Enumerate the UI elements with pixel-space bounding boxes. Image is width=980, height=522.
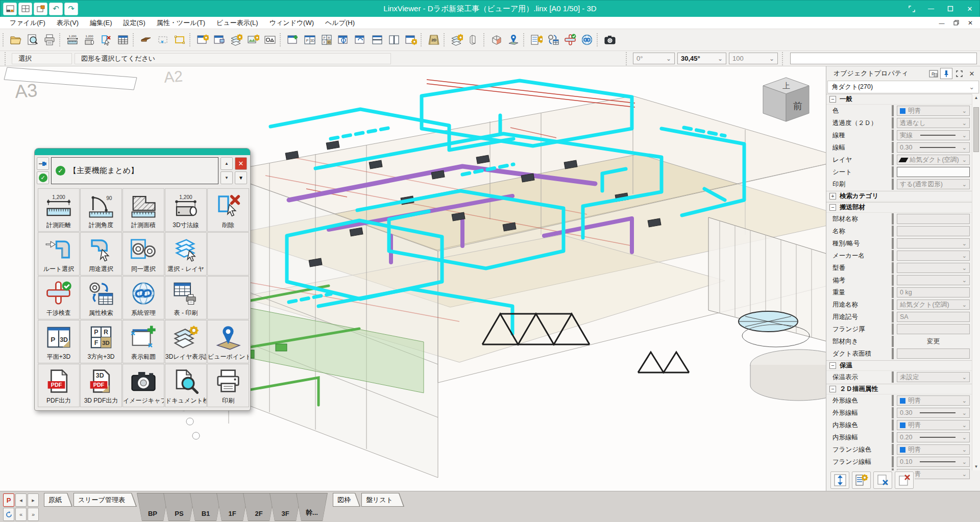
palette-button-route-select[interactable]: ルート選択 bbox=[38, 232, 80, 276]
navigation-cube[interactable]: 上 前 bbox=[763, 78, 809, 121]
section-header[interactable]: − ２Ｄ描画属性 bbox=[826, 384, 980, 394]
palette-button-display-range[interactable]: 表示範囲 bbox=[122, 320, 164, 363]
layer-settings-button[interactable] bbox=[228, 31, 244, 49]
angle-step-combo[interactable]: 30,45° ⌄ bbox=[677, 53, 726, 64]
pane-add-button[interactable] bbox=[284, 31, 301, 49]
palette-close-button[interactable]: ✕ bbox=[235, 157, 247, 170]
mdi-restore-button[interactable] bbox=[949, 18, 963, 28]
property-value-field[interactable]: 透過なし ⌄ bbox=[897, 118, 970, 128]
toolbar-grip[interactable] bbox=[597, 33, 600, 46]
property-value-field[interactable]: 0.20 ⌄ bbox=[897, 432, 970, 442]
maximize-button[interactable] bbox=[941, 1, 960, 17]
view-2d-button[interactable]: 2D bbox=[425, 31, 442, 49]
measure-distance-button[interactable]: 1,200 bbox=[64, 31, 81, 49]
menu-item[interactable]: ビュー表示(L) bbox=[211, 17, 264, 29]
palette-button-same-select[interactable]: 同一選択 bbox=[122, 232, 164, 276]
expand-toggle-icon[interactable]: − bbox=[829, 386, 836, 392]
view-settings-button[interactable] bbox=[194, 31, 211, 49]
section-header[interactable]: − 搬送部材 bbox=[826, 202, 980, 213]
pin-panel-button[interactable] bbox=[940, 68, 952, 79]
print-button[interactable] bbox=[41, 31, 58, 49]
palette-button-viewpoint[interactable]: ビューポイント bbox=[207, 320, 249, 363]
undo-button[interactable]: ↶ bbox=[49, 3, 63, 15]
property-value-field[interactable]: ⌄ bbox=[897, 251, 970, 261]
apply-check-button[interactable]: ✓ bbox=[37, 171, 49, 184]
property-value-field[interactable]: 0 kg ⌄ bbox=[897, 287, 970, 297]
properties-popup-button[interactable]: P bbox=[927, 68, 940, 79]
toolbar-grip[interactable] bbox=[280, 33, 283, 46]
section-header[interactable]: − 保温 bbox=[826, 360, 980, 371]
palette-button-interference-check[interactable]: 干渉検査 bbox=[38, 276, 80, 319]
angle-snap-combo[interactable]: 0° ⌄ bbox=[633, 53, 675, 64]
redo-button[interactable]: ↷ bbox=[64, 3, 78, 15]
sheet-tab-sleeve[interactable]: スリーブ管理表 bbox=[74, 493, 137, 507]
viewpoint-button[interactable] bbox=[505, 31, 522, 49]
properties-scrollbar[interactable]: ▲ ▼ bbox=[972, 94, 980, 470]
commandbar-grip[interactable] bbox=[5, 52, 8, 65]
property-value-field[interactable]: 実線 ⌄ bbox=[897, 130, 970, 140]
solid-view-button[interactable] bbox=[465, 31, 482, 49]
property-value-field[interactable]: 給気ダクト(空調) ⌄ bbox=[897, 155, 970, 165]
property-value-field[interactable]: ⌄ bbox=[897, 275, 970, 285]
mdi-close-button[interactable]: ✕ bbox=[964, 18, 977, 28]
page-mode-button[interactable]: P bbox=[3, 493, 14, 507]
open-button[interactable] bbox=[7, 31, 24, 49]
toolbar-grip[interactable] bbox=[59, 33, 62, 46]
delete-button[interactable] bbox=[97, 31, 114, 49]
remove-item-button[interactable] bbox=[895, 471, 914, 489]
clear-selection-button[interactable] bbox=[873, 471, 892, 489]
palette-button-usage-select[interactable]: 用途選択 bbox=[80, 232, 122, 276]
menu-item[interactable]: 属性・ツール(T) bbox=[151, 17, 211, 29]
split-horizontal-button[interactable] bbox=[369, 31, 385, 49]
scroll-down-button[interactable]: ▼ bbox=[220, 171, 233, 184]
palette-button-document-search[interactable]: ドキュメント検索 bbox=[165, 364, 207, 407]
mdi-minimize-button[interactable]: — bbox=[935, 18, 948, 28]
fullscreen-button[interactable] bbox=[902, 1, 921, 17]
palette-button-print[interactable]: 印刷 bbox=[207, 364, 249, 407]
property-value-field[interactable]: 明青 ⌄ bbox=[897, 444, 970, 455]
palette-titlebar[interactable] bbox=[35, 148, 250, 155]
property-value-field[interactable]: 明青 ⌄ bbox=[897, 420, 970, 430]
last-tab-button[interactable]: » bbox=[28, 508, 39, 521]
pane-rotate-button[interactable] bbox=[352, 31, 369, 49]
pane-settings-button[interactable] bbox=[402, 31, 419, 49]
property-value-field[interactable]: 0.30 ⌄ bbox=[897, 408, 970, 418]
pane-sync-button[interactable] bbox=[335, 31, 352, 49]
palette-button-measure-angle[interactable]: 90 計測角度 bbox=[80, 188, 122, 232]
expand-toggle-icon[interactable]: − bbox=[829, 204, 836, 211]
view-add-button[interactable] bbox=[211, 31, 228, 49]
property-value-field[interactable]: ⌄ bbox=[897, 263, 970, 273]
scroll-up-icon[interactable]: ▲ bbox=[972, 94, 980, 102]
property-value-field[interactable]: する(通常図形) ⌄ bbox=[897, 179, 970, 189]
split-vertical-button[interactable] bbox=[385, 31, 402, 49]
section-box-button[interactable] bbox=[488, 31, 505, 49]
property-value-field[interactable]: 変更 ⌄ bbox=[897, 336, 970, 346]
window-layout-button[interactable] bbox=[3, 3, 17, 15]
palette-button-3d-pdf-export[interactable]: 3DPDF 3D PDF出力 bbox=[80, 364, 122, 407]
palette-button-attribute-search[interactable]: 属性検索 bbox=[80, 276, 122, 319]
menu-item[interactable]: ウィンドウ(W) bbox=[264, 17, 320, 29]
pane-plan3d-button[interactable]: P3D bbox=[301, 31, 318, 49]
expand-toggle-icon[interactable]: − bbox=[829, 362, 836, 369]
commandbar-grip[interactable] bbox=[626, 52, 629, 65]
palette-button-system-manage[interactable]: 系統管理 bbox=[122, 276, 164, 319]
fit-view-button[interactable] bbox=[830, 471, 849, 489]
refresh-tabs-button[interactable] bbox=[3, 508, 14, 521]
coordinate-input[interactable] bbox=[790, 53, 977, 64]
scrollbar-thumb[interactable] bbox=[973, 107, 979, 152]
sheet-tab-banlist[interactable]: 盤リスト bbox=[361, 493, 404, 507]
interference-check-button[interactable] bbox=[561, 31, 578, 49]
polygon-select-button[interactable] bbox=[171, 31, 188, 49]
palette-button-3d-dimension[interactable]: 1,200 3D寸法線 bbox=[165, 188, 207, 232]
menu-item[interactable]: 表示(V) bbox=[51, 17, 84, 29]
property-value-field[interactable]: 明青 ⌄ bbox=[897, 106, 970, 116]
section-header[interactable]: − 一般 bbox=[826, 94, 980, 105]
range-select-button[interactable] bbox=[154, 31, 171, 49]
toolbar-grip[interactable] bbox=[483, 33, 486, 46]
floor-tab[interactable]: 幹... bbox=[296, 493, 328, 521]
toolbar-grip[interactable] bbox=[444, 33, 447, 46]
print-preview-button[interactable] bbox=[24, 31, 41, 49]
property-value-field[interactable]: SA ⌄ bbox=[897, 312, 970, 322]
property-value-field[interactable]: ⌄ bbox=[897, 167, 970, 177]
pin-palette-button[interactable] bbox=[37, 157, 49, 170]
